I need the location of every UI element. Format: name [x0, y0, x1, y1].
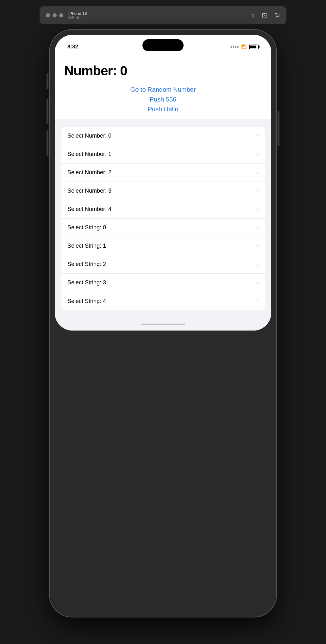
list-container: Select Number: 0 › Select Number: 1 › Se… [61, 127, 265, 310]
wifi-icon: 📶 [241, 44, 247, 49]
list-item-label: Select Number: 4 [67, 206, 111, 213]
screenshot-icon[interactable]: ⊡ [262, 11, 267, 19]
action-links: Go to Random Number Push 556 Push Hello [64, 86, 262, 113]
list-item-label: Select String: 4 [67, 298, 106, 305]
chevron-right-icon: › [257, 170, 259, 176]
chevron-right-icon: › [257, 207, 259, 212]
list-item-label: Select String: 1 [67, 243, 106, 249]
chevron-right-icon: › [257, 133, 259, 139]
signal-dot-1 [230, 46, 232, 48]
volume-down-button[interactable] [47, 130, 48, 156]
signal-icon [230, 46, 239, 48]
chevron-right-icon: › [257, 243, 259, 249]
list-item[interactable]: Select String: 4 › [61, 292, 265, 310]
list-item[interactable]: Select Number: 2 › [61, 164, 265, 182]
list-item[interactable]: Select String: 2 › [61, 255, 265, 274]
volume-up-button[interactable] [47, 99, 48, 124]
signal-dot-4 [237, 46, 239, 48]
list-item-label: Select String: 3 [67, 279, 106, 286]
status-bar: 8:32 📶 [55, 35, 271, 54]
list-item-label: Select Number: 1 [67, 151, 111, 158]
list-section: Select Number: 0 › Select Number: 1 › Se… [55, 119, 271, 318]
go-to-random-number-link[interactable]: Go to Random Number [130, 86, 196, 93]
toolbar-left: iPhone 16 iOS 18.1 [46, 11, 87, 20]
list-item[interactable]: Select Number: 0 › [61, 127, 265, 145]
list-item-label: Select String: 2 [67, 261, 106, 268]
chevron-right-icon: › [257, 298, 259, 304]
battery-fill [250, 46, 256, 48]
traffic-light-close[interactable] [46, 13, 50, 17]
list-item-label: Select Number: 2 [67, 169, 111, 176]
home-indicator [55, 318, 271, 331]
list-item[interactable]: Select Number: 1 › [61, 145, 265, 164]
signal-dot-3 [235, 46, 236, 48]
rotate-icon[interactable]: ↻ [275, 11, 280, 19]
signal-dot-2 [233, 46, 234, 48]
push-hello-link[interactable]: Push Hello [148, 106, 179, 113]
page-title: Number: 0 [64, 63, 262, 78]
power-button[interactable] [278, 111, 279, 146]
list-item-label: Select Number: 3 [67, 188, 111, 194]
iphone-frame: 8:32 📶 Number: 0 Go to Random Number [49, 29, 277, 617]
list-item[interactable]: Select Number: 4 › [61, 200, 265, 219]
list-item[interactable]: Select String: 3 › [61, 274, 265, 292]
device-info: iPhone 16 iOS 18.1 [68, 11, 87, 20]
device-name: iPhone 16 [68, 11, 87, 16]
status-icons: 📶 [230, 44, 259, 49]
battery-icon [249, 45, 259, 49]
device-os: iOS 18.1 [68, 16, 87, 20]
toolbar-right: ⌂ ⊡ ↻ [250, 11, 280, 19]
list-item-label: Select String: 0 [67, 224, 106, 231]
status-time: 8:32 [67, 44, 78, 50]
list-item[interactable]: Select String: 0 › [61, 219, 265, 237]
home-bar [141, 324, 185, 325]
traffic-lights [46, 13, 63, 17]
traffic-light-maximize[interactable] [59, 13, 63, 17]
list-item[interactable]: Select String: 1 › [61, 237, 265, 255]
dynamic-island [142, 39, 184, 51]
iphone-screen: 8:32 📶 Number: 0 Go to Random Number [55, 35, 271, 331]
list-item[interactable]: Select Number: 3 › [61, 182, 265, 200]
traffic-light-minimize[interactable] [53, 13, 57, 17]
push-556-link[interactable]: Push 556 [150, 96, 177, 103]
list-item-label: Select Number: 0 [67, 133, 111, 139]
chevron-right-icon: › [257, 225, 259, 231]
chevron-right-icon: › [257, 262, 259, 267]
chevron-right-icon: › [257, 188, 259, 194]
mute-switch-button[interactable] [47, 73, 48, 89]
chevron-right-icon: › [257, 152, 259, 157]
home-icon[interactable]: ⌂ [250, 12, 254, 19]
content-area: Number: 0 Go to Random Number Push 556 P… [55, 54, 271, 119]
chevron-right-icon: › [257, 280, 259, 286]
simulator-toolbar: iPhone 16 iOS 18.1 ⌂ ⊡ ↻ [40, 6, 286, 24]
